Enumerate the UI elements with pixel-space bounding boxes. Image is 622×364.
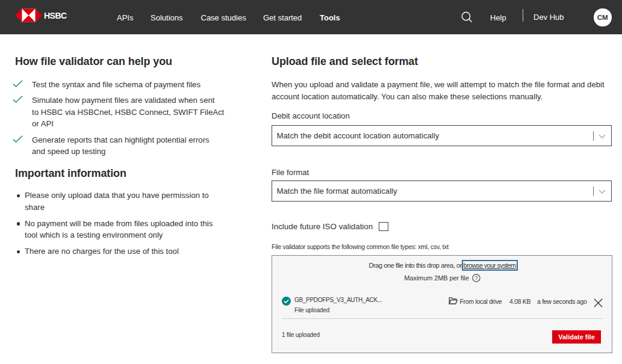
svg-text:?: ? [474,276,477,282]
